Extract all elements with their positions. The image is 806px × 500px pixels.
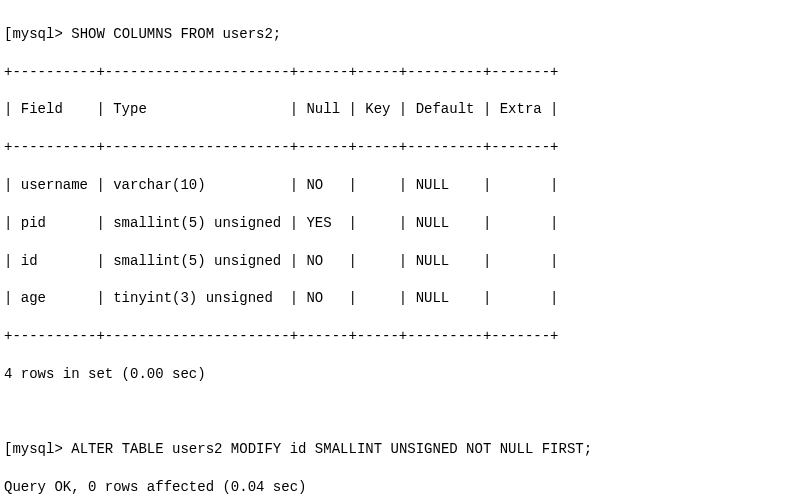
result-summary: 4 rows in set (0.00 sec)	[4, 365, 802, 384]
prompt-line-2: [mysql> ALTER TABLE users2 MODIFY id SMA…	[4, 440, 802, 459]
terminal-output: [mysql> SHOW COLUMNS FROM users2; +-----…	[4, 25, 802, 500]
table-border: +----------+----------------------+-----…	[4, 138, 802, 157]
query-result: Query OK, 0 rows affected (0.04 sec)	[4, 478, 802, 497]
table-row: | age | tinyint(3) unsigned | NO | | NUL…	[4, 289, 802, 308]
table-row: | pid | smallint(5) unsigned | YES | | N…	[4, 214, 802, 233]
sql-command: SHOW COLUMNS FROM users2;	[71, 26, 281, 42]
table-header: | Field | Type | Null | Key | Default | …	[4, 100, 802, 119]
prompt-text: mysql>	[12, 441, 62, 457]
sql-command: ALTER TABLE users2 MODIFY id SMALLINT UN…	[71, 441, 592, 457]
table-border: +----------+----------------------+-----…	[4, 63, 802, 82]
prompt-line-1: [mysql> SHOW COLUMNS FROM users2;	[4, 25, 802, 44]
table-row: | id | smallint(5) unsigned | NO | | NUL…	[4, 252, 802, 271]
blank-line	[4, 403, 802, 422]
table-border: +----------+----------------------+-----…	[4, 327, 802, 346]
prompt-text: mysql>	[12, 26, 62, 42]
table-row: | username | varchar(10) | NO | | NULL |…	[4, 176, 802, 195]
